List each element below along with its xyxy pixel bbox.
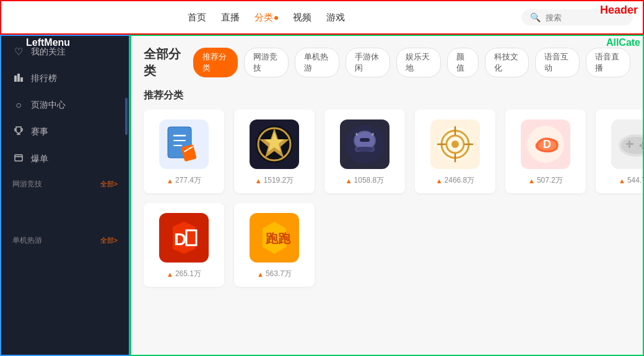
rank-icon: [12, 72, 25, 85]
main-body: LeftMenu ♡ 我的关注 排行榜 ○ 页游中心 赛事 爆单: [0, 35, 644, 356]
nav-home[interactable]: 首页: [188, 12, 206, 24]
game-count-5: ▲ 507.2万: [528, 175, 563, 186]
game-count-3: ▲ 1058.8万: [346, 175, 385, 186]
game-icon-6: [611, 119, 643, 169]
left-menu: LeftMenu ♡ 我的关注 排行榜 ○ 页游中心 赛事 爆单: [0, 35, 130, 356]
game-card-8[interactable]: 跑跑 ▲ 563.7万: [234, 203, 315, 287]
menu-label-expo: 爆单: [31, 154, 48, 165]
game-count-6: ▲ 544.7万: [619, 175, 643, 186]
menu-label-rank: 排行榜: [31, 73, 57, 84]
game-icon-3: [340, 119, 389, 169]
svg-point-22: [356, 147, 373, 152]
circle-icon: ○: [12, 100, 25, 111]
tab-recommended[interactable]: 推荐分类: [193, 48, 238, 77]
fire-icon-7: ▲: [167, 271, 173, 278]
scrollbar-thumb[interactable]: [125, 98, 128, 135]
game-icon-7: D: [159, 213, 209, 263]
nav-live[interactable]: 直播: [221, 12, 240, 24]
all-pc-btn[interactable]: 全部>: [100, 236, 118, 245]
section-title-esports: 网游竞技: [12, 179, 42, 189]
menu-item-rank[interactable]: 排行榜: [1, 65, 129, 92]
heart-icon: ♡: [12, 46, 25, 58]
fire-icon-8: ▲: [257, 271, 264, 278]
header-debug-label: Header: [600, 4, 638, 17]
svg-text:D: D: [543, 138, 551, 150]
fire-icon-1: ▲: [167, 177, 173, 185]
pc-placeholder: [1, 248, 129, 298]
svg-point-42: [640, 144, 643, 147]
game-count-1: ▲ 277.4万: [167, 175, 201, 186]
fire-icon-2: ▲: [255, 177, 262, 185]
game-count-2: ▲ 1519.2万: [255, 175, 294, 186]
game-card-3[interactable]: ▲ 1058.8万: [324, 110, 405, 193]
tab-tech[interactable]: 科技文化: [485, 48, 529, 77]
game-icon-1: [159, 119, 209, 169]
right-content: AllCate 全部分类 推荐分类 网游竞技 单机热游 手游休闲 娱乐天地 颜值…: [130, 35, 644, 356]
tab-esports[interactable]: 网游竞技: [244, 48, 289, 77]
game-count-8: ▲ 563.7万: [257, 269, 292, 279]
game-card-1[interactable]: ▲ 277.4万: [144, 110, 224, 193]
fire-icon-6: ▲: [619, 177, 625, 185]
all-esports-btn[interactable]: 全部>: [100, 180, 118, 189]
menu-section-pc: 单机热游 全部>: [1, 229, 129, 248]
allcate-debug-label: AllCate: [606, 37, 640, 48]
game-card-7[interactable]: D ▲ 265.1万: [144, 203, 224, 287]
menu-label-match: 赛事: [31, 126, 48, 137]
expo-icon: [12, 153, 25, 165]
search-icon: 🔍: [530, 12, 541, 22]
svg-rect-2: [20, 77, 23, 82]
menu-section-esports: 网游竞技 全部>: [1, 173, 129, 192]
section-title-recommended: 推荐分类: [131, 85, 643, 110]
header: 首页 直播 分类 视频 游戏 🔍 Header: [0, 0, 644, 35]
tab-beauty[interactable]: 颜值: [447, 48, 479, 77]
game-card-4[interactable]: ▲ 2466.8万: [415, 110, 495, 193]
tab-pc-hot[interactable]: 单机热游: [295, 48, 339, 77]
section-title-pc: 单机热游: [12, 235, 42, 246]
svg-rect-0: [14, 76, 17, 82]
page-title: 全部分类: [144, 46, 183, 79]
menu-item-match[interactable]: 赛事: [1, 118, 129, 145]
svg-rect-1: [17, 74, 20, 82]
svg-point-29: [451, 141, 459, 148]
game-card-5[interactable]: D ▲ 507.2万: [505, 110, 586, 193]
category-header: 全部分类 推荐分类 网游竞技 单机热游 手游休闲 娱乐天地 颜值 科技文化 语音…: [131, 36, 643, 85]
tab-entertainment[interactable]: 娱乐天地: [396, 48, 441, 77]
menu-item-expo[interactable]: 爆单: [1, 145, 129, 173]
game-count-7: ▲ 265.1万: [167, 269, 201, 279]
svg-rect-23: [360, 138, 370, 142]
game-icon-5: D: [521, 119, 570, 169]
esports-placeholder: [1, 192, 129, 229]
tab-voice-interact[interactable]: 语音互动: [535, 48, 580, 77]
svg-text:跑跑: 跑跑: [266, 232, 291, 245]
game-icon-8: 跑跑: [250, 213, 299, 263]
game-card-6[interactable]: ▲ 544.7万: [596, 110, 643, 193]
game-grid-row2: D ▲ 265.1万 跑跑: [131, 203, 643, 297]
game-grid-row1: ▲ 277.4万 ▲ 1519.2万: [131, 110, 643, 203]
svg-rect-39: [629, 141, 630, 148]
trophy-icon: [12, 126, 25, 138]
menu-item-page-center[interactable]: ○ 页游中心: [1, 92, 129, 118]
header-nav: 首页 直播 分类 视频 游戏: [11, 12, 521, 24]
fire-icon-5: ▲: [528, 177, 535, 185]
game-icon-4: [430, 119, 480, 169]
svg-rect-5: [15, 155, 22, 161]
fire-icon-4: ▲: [436, 177, 443, 185]
svg-rect-12: [181, 144, 197, 162]
active-dot: [274, 16, 278, 20]
tab-mobile[interactable]: 手游休闲: [346, 48, 390, 77]
game-count-4: ▲ 2466.8万: [436, 175, 475, 186]
menu-label-page-center: 页游中心: [31, 100, 66, 111]
game-icon-2: [250, 119, 299, 169]
nav-category[interactable]: 分类: [255, 12, 278, 24]
game-card-2[interactable]: ▲ 1519.2万: [234, 110, 315, 193]
nav-video[interactable]: 视频: [293, 12, 311, 24]
left-menu-debug-label: LeftMenu: [26, 37, 70, 48]
tab-voice-live[interactable]: 语音直播: [586, 48, 630, 77]
fire-icon-3: ▲: [346, 177, 352, 185]
svg-text:D: D: [174, 230, 186, 249]
nav-game[interactable]: 游戏: [326, 12, 345, 24]
